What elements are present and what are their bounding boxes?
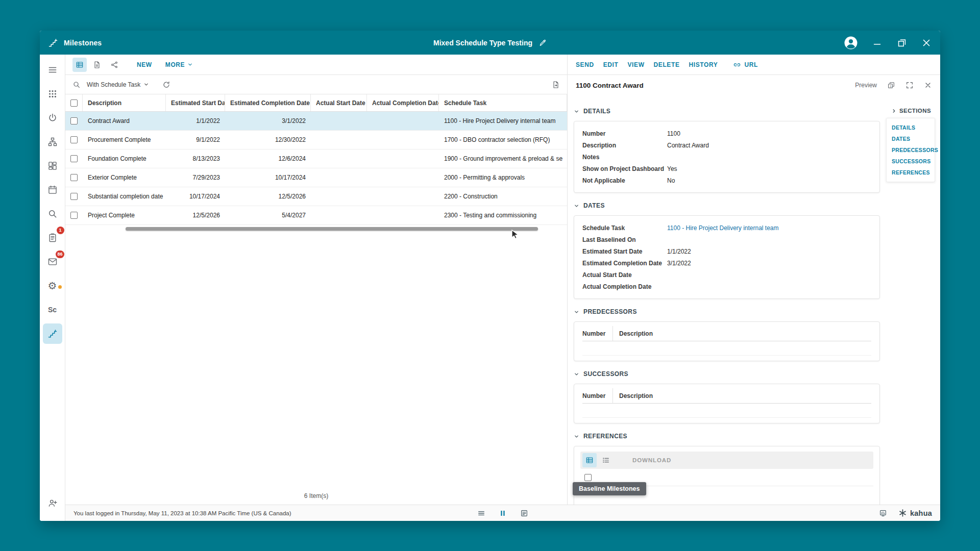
sidebar-sc-button[interactable]: Sc [43,299,62,320]
cell-estimated-completion-date: 5/4/2027 [225,212,311,219]
column-estimated-completion-date[interactable]: Estimated Completion Date [225,94,311,111]
references-select-checkbox[interactable] [584,474,592,481]
table-row[interactable]: Substantial completion date 10/17/2024 1… [65,187,567,206]
mail-icon [47,257,58,267]
sidebar-search-button[interactable] [43,204,62,224]
column-estimated-start-date[interactable]: Estimated Start Date [166,94,225,111]
gear-icon: ⚙ [48,281,57,291]
record-action-button[interactable]: VIEW [627,61,644,68]
document-view-button[interactable] [90,58,104,72]
section-link[interactable]: SUCCESSORS [887,156,935,167]
predecessors-section-header[interactable]: PREDECESSORS [574,303,880,320]
section-link[interactable]: DETAILS [887,122,935,133]
kahua-logo-icon [898,509,907,517]
sidebar-power-button[interactable] [43,108,62,128]
new-button[interactable]: NEW [137,61,152,68]
sidebar-calendar-button[interactable] [43,180,62,200]
sidebar-dashboard-button[interactable] [43,156,62,176]
column-schedule-task[interactable]: Schedule Task [439,94,567,111]
chevron-down-icon [574,109,579,114]
milestones-app-icon [48,38,58,48]
references-section-label: REFERENCES [583,433,627,440]
sections-nav-toggle[interactable]: SECTIONS [886,108,935,118]
expand-icon[interactable] [905,81,914,89]
section-link[interactable]: PREDECESSORS [887,144,935,156]
record-action-button[interactable]: HISTORY [689,61,718,68]
table-row[interactable]: Exterior Complete 7/29/2023 10/17/2024 2… [65,168,567,187]
sections-nav: SECTIONS DETAILS DATES PREDECESSORS S [886,108,935,182]
export-button[interactable] [552,81,560,89]
account-avatar[interactable] [843,35,859,51]
dates-section-header[interactable]: DATES [574,197,880,214]
more-button[interactable]: MORE [165,61,193,68]
table-row[interactable]: Foundation Complete 8/13/2023 12/6/2024 … [65,149,567,168]
sidebar-milestones-button[interactable] [43,323,62,344]
refresh-button[interactable] [162,81,170,89]
grid-view-toggle[interactable] [72,58,87,72]
sidebar-settings-button[interactable]: ⚙ [43,276,62,296]
statusbar-center-controls [477,509,528,517]
sidebar-tasks-button[interactable]: 1 [43,228,62,248]
section-link[interactable]: REFERENCES [887,167,935,178]
record-action-button[interactable]: DELETE [654,61,680,68]
table-row[interactable]: Procurement Complete 9/1/2022 12/30/2022… [65,131,567,149]
sidebar-menu-button[interactable] [43,60,62,80]
edit-pencil-icon[interactable] [538,39,547,47]
usage-report-icon[interactable] [879,509,887,517]
add-user-icon [47,498,58,508]
restore-button[interactable] [896,37,908,48]
references-list-view-button[interactable] [599,453,613,467]
field-value[interactable]: 1100 - Hire Project Delivery internal te… [667,224,779,232]
references-section-header[interactable]: REFERENCES [574,428,880,445]
minimize-button[interactable] [872,37,883,48]
select-all-checkbox[interactable] [70,99,78,107]
close-detail-icon[interactable] [924,81,932,89]
record-action-button[interactable]: EDIT [603,61,619,68]
sidebar-apps-button[interactable] [43,84,62,104]
log-icon[interactable] [520,509,528,517]
successors-section-header[interactable]: SUCCESSORS [574,365,880,383]
close-button[interactable] [921,37,932,48]
schedule-task-filter[interactable]: With Schedule Task [87,81,149,88]
cell-estimated-completion-date: 12/5/2026 [225,193,311,200]
column-actual-start-date[interactable]: Actual Start Date [311,94,367,111]
workflow-icon [47,137,58,147]
share-button[interactable] [107,58,121,72]
url-button[interactable]: URL [733,61,757,69]
row-checkbox[interactable] [70,117,78,124]
row-checkbox[interactable] [70,136,78,143]
pause-icon[interactable] [499,509,507,517]
field-row: Not Applicable No [582,174,871,186]
column-description[interactable]: Description [83,94,166,111]
sidebar-workflow-button[interactable] [43,132,62,152]
row-checkbox[interactable] [70,174,78,181]
table-row[interactable]: Contract Award 1/1/2022 3/1/2022 1100 - … [65,112,567,131]
list-view-icon [602,456,610,464]
row-checkbox[interactable] [70,212,78,219]
open-in-window-icon[interactable]: 1 [887,81,895,89]
sidebar-messages-button[interactable]: 86 [43,252,62,272]
record-action-button[interactable]: SEND [576,61,594,68]
details-section-header[interactable]: DETAILS [574,103,880,120]
field-row: Show on Project Dashboard Yes [582,163,871,174]
sidebar-add-user-button[interactable] [43,493,62,513]
table-view-icon [76,61,84,69]
cell-estimated-start-date: 9/1/2022 [166,136,225,143]
row-checkbox[interactable] [70,155,78,162]
horizontal-scrollbar[interactable] [65,226,567,232]
queue-icon[interactable] [477,509,485,517]
app-title: Milestones [64,39,102,47]
references-grid-view-button[interactable] [582,453,597,467]
column-actual-completion-date[interactable]: Actual Completion Date [367,94,439,111]
preview-toggle[interactable]: Preview [855,82,877,89]
content-area: NEW MORE SEND EDIT VIEW [65,55,940,521]
download-button[interactable]: DOWNLOAD [632,457,671,463]
section-link[interactable]: DATES [887,133,935,144]
scrollbar-thumb[interactable] [126,227,538,231]
table-row[interactable]: Project Complete 12/5/2026 5/4/2027 2300… [65,206,567,225]
column-number: Number [582,388,613,403]
row-checkbox[interactable] [70,193,78,200]
item-count: 6 Item(s) [65,488,567,505]
field-label: Schedule Task [582,224,667,232]
search-icon[interactable] [72,81,81,89]
